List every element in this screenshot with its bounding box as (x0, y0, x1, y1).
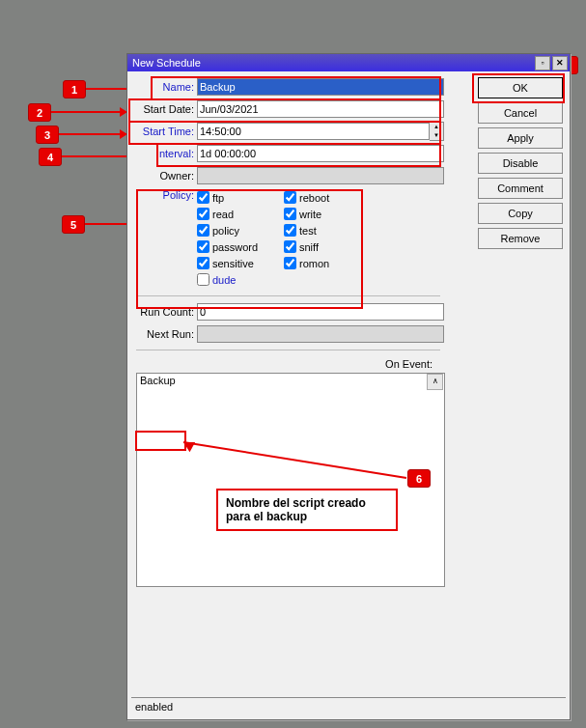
owner-label: Owner: (132, 170, 197, 182)
interval-input[interactable] (197, 145, 444, 162)
policy-sniff-checkbox[interactable] (284, 240, 296, 253)
policy-write-checkbox[interactable] (284, 208, 296, 220)
remove-button[interactable]: Remove (478, 228, 563, 249)
policy-test-checkbox[interactable] (284, 224, 296, 237)
run-count-input (197, 303, 444, 321)
scroll-up-icon[interactable]: ∧ (427, 374, 443, 390)
annotation-arrow (51, 111, 126, 113)
annotation-marker-2: 2 (28, 103, 51, 122)
annotation-marker-1: 1 (63, 80, 86, 98)
policy-ftp-checkbox[interactable] (197, 191, 209, 204)
ok-button[interactable]: OK (478, 77, 563, 98)
policy-sensitive-checkbox[interactable] (197, 257, 209, 269)
policy-reboot-checkbox[interactable] (284, 191, 296, 204)
comment-button[interactable]: Comment (478, 178, 563, 199)
status-bar: enabled (131, 697, 566, 715)
copy-button[interactable]: Copy (478, 203, 563, 224)
window-title: New Schedule (132, 57, 533, 69)
status-text: enabled (135, 701, 173, 713)
on-event-label: On Event: (132, 358, 444, 370)
disable-button[interactable]: Disable (478, 153, 563, 174)
name-input[interactable] (197, 78, 444, 96)
cancel-button[interactable]: Cancel (478, 102, 563, 124)
next-run-label: Next Run: (132, 328, 197, 340)
start-date-label: Start Date: (132, 103, 197, 115)
policy-romon-checkbox[interactable] (284, 257, 296, 269)
annotation-marker-4: 4 (39, 148, 62, 166)
policy-dude-checkbox[interactable] (197, 273, 209, 286)
policy-label: Policy: (132, 189, 197, 286)
policy-read-checkbox[interactable] (197, 208, 209, 220)
on-event-textarea[interactable] (136, 373, 445, 587)
close-icon[interactable]: ✕ (552, 56, 568, 70)
new-schedule-window: New Schedule ▫ ✕ OK Cancel Apply Disable… (126, 53, 571, 720)
next-run-input (197, 325, 444, 343)
start-date-input[interactable] (197, 100, 444, 118)
annotation-arrow (59, 133, 126, 135)
name-label: Name: (132, 81, 197, 93)
policy-password-checkbox[interactable] (197, 240, 209, 253)
start-time-input[interactable] (197, 123, 430, 140)
start-time-label: Start Time: (132, 126, 197, 137)
owner-input (197, 167, 444, 184)
start-time-spinner[interactable]: ▲▼ (430, 122, 444, 141)
annotation-marker-6: 6 (407, 469, 431, 488)
title-bar[interactable]: New Schedule ▫ ✕ (127, 54, 570, 71)
annotation-marker-3: 3 (36, 126, 59, 144)
interval-label: Interval: (132, 148, 197, 159)
annotation-note: Nombre del script creado para el backup (216, 489, 398, 531)
apply-button[interactable]: Apply (478, 127, 563, 149)
policy-policy-checkbox[interactable] (197, 224, 209, 237)
annotation-marker-5: 5 (62, 215, 85, 234)
run-count-label: Run Count: (132, 306, 197, 318)
policy-grid: ftp reboot read write policy test passwo… (197, 189, 371, 286)
minimize-icon[interactable]: ▫ (535, 56, 550, 70)
